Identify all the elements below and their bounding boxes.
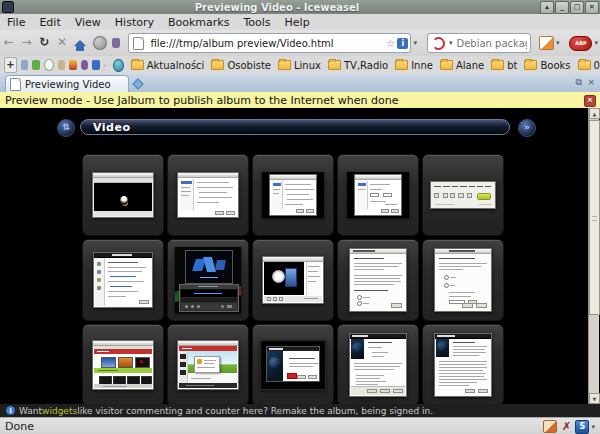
statusbar-notes-icon[interactable] (543, 420, 557, 433)
extension-icon-2[interactable] (112, 38, 121, 48)
close-button[interactable]: ✕ (585, 1, 599, 14)
new-tab-icon[interactable] (132, 78, 143, 89)
thumbnail-video-11[interactable] (83, 325, 163, 404)
globe-bookmark-icon[interactable] (113, 59, 123, 72)
grapes-bookmark-icon[interactable] (81, 60, 89, 70)
bookmark-folder-bt[interactable]: bt (491, 60, 517, 71)
album-title-bar[interactable]: Video (80, 119, 510, 135)
bookmark-folder-linux[interactable]: Linux (278, 60, 321, 71)
search-engine-caret[interactable]: ▾ (449, 39, 453, 47)
thumbnail-video-13[interactable] (253, 325, 333, 404)
widgets-link[interactable]: widgets (42, 406, 77, 416)
adblock-plus-icon[interactable]: ABP (569, 36, 592, 51)
home-button[interactable] (74, 40, 86, 46)
folder-icon (131, 60, 144, 70)
window-title: Previewing Video - Iceweasel (14, 2, 540, 13)
debian-search-engine-icon[interactable] (432, 37, 445, 50)
statusbar-extension-icon[interactable]: S (575, 420, 589, 434)
page-info-icon[interactable]: i (397, 38, 408, 49)
bookmark-star-icon[interactable]: ☆ (386, 37, 396, 50)
bookmark-folder-aktualnosci[interactable]: Aktualności (131, 60, 205, 71)
thumbnail-video-15[interactable] (423, 325, 503, 404)
tab-previewing-video[interactable]: Previewing Video (5, 75, 129, 93)
xine-logo-window (185, 250, 233, 284)
album-title: Video (93, 121, 130, 134)
page-scrollbar[interactable]: ▲ ▼ (588, 108, 599, 404)
bookmark-folder-tvradio[interactable]: TV,Radio (328, 60, 388, 71)
bookmark-folder-inne[interactable]: Inne (395, 60, 433, 71)
thumbnail-video-8[interactable] (253, 240, 333, 320)
tab-page-icon (10, 78, 21, 91)
scrollbar-thumb[interactable] (589, 120, 600, 315)
installer-side-panel (267, 351, 283, 381)
forward-button[interactable]: → (18, 34, 36, 52)
scroll-up-icon[interactable]: ▲ (589, 108, 600, 119)
page-icon (133, 37, 144, 50)
album-next-button[interactable]: » (518, 119, 536, 137)
thumbnail-video-7[interactable] (168, 240, 248, 320)
folder-icon (578, 60, 591, 70)
thumbnail-video-9[interactable] (338, 240, 418, 320)
statusbar-blocked-icon[interactable]: ✗ (560, 421, 572, 433)
footer-text-post: like visitor commenting and counter here… (77, 406, 433, 416)
album-up-button[interactable]: ⇅ (57, 119, 75, 137)
thumbnail-video-6[interactable] (83, 240, 163, 320)
clock-icon[interactable] (44, 59, 54, 71)
thumbnail-video-3[interactable] (253, 155, 333, 235)
bookmark-folder-books[interactable]: Books (524, 60, 570, 71)
bookmarks-toolbar: + · Aktualności Osobiste Linux TV,Radio … (0, 56, 600, 75)
search-bar[interactable]: ▾ (427, 33, 531, 53)
status-bar: Done ✗ S ▾ (0, 417, 600, 434)
notes-extension-icon[interactable] (539, 36, 554, 50)
notes-caret[interactable]: ▾ (556, 39, 560, 47)
search-input[interactable] (455, 37, 529, 50)
folder-icon (328, 60, 341, 70)
thumbnail-video-14[interactable] (338, 325, 418, 404)
adblock-caret[interactable]: ▾ (594, 39, 598, 47)
download-bookmark-icon[interactable] (69, 60, 77, 70)
folder-icon (440, 60, 453, 70)
thumbnail-video-4[interactable] (338, 155, 418, 235)
shade-button[interactable]: ▴ (540, 1, 554, 14)
menu-help[interactable]: Help (278, 16, 317, 29)
notification-message: Preview mode - Use Jalbum to publish alb… (5, 94, 398, 107)
maximize-button[interactable]: □ (570, 1, 584, 14)
thumbnail-video-5[interactable] (423, 155, 503, 235)
navigation-toolbar: ← → ↻ ✕ ☆ i ▾ ▾ ▾ ABP ▾ (0, 30, 600, 57)
list-tabs-icon[interactable]: ⧉ (576, 77, 582, 88)
menu-view[interactable]: View (68, 16, 108, 29)
bookmark-folder-osobiste[interactable]: Osobiste (211, 60, 271, 71)
save-bookmark-icon[interactable] (92, 60, 100, 70)
reload-button[interactable]: ↻ (35, 34, 53, 52)
thumbnail-video-12[interactable] (168, 325, 248, 404)
thumbnail-video-1[interactable] (83, 155, 163, 235)
notification-close-icon[interactable]: × (584, 95, 596, 107)
scroll-down-icon[interactable]: ▼ (589, 393, 600, 404)
stop-button[interactable]: ✕ (53, 34, 71, 52)
menu-edit[interactable]: Edit (32, 16, 67, 29)
url-bar[interactable]: ☆ i (128, 33, 411, 53)
add-bookmark-button[interactable]: + (4, 57, 17, 73)
back-button[interactable]: ← (0, 34, 18, 52)
info-icon: i (6, 406, 15, 415)
menu-file[interactable]: File (0, 16, 32, 29)
menu-history[interactable]: History (108, 16, 161, 29)
window-menu-icon[interactable] (2, 1, 14, 13)
menu-tools[interactable]: Tools (236, 16, 277, 29)
thumbnail-video-10[interactable] (423, 240, 503, 320)
bookmark-folder-0[interactable]: 0 (578, 60, 600, 71)
mail-bookmark-icon[interactable] (58, 60, 66, 70)
url-input[interactable] (148, 37, 383, 50)
image-bookmark-icon[interactable] (21, 60, 29, 70)
green-bookmark-icon[interactable] (32, 60, 40, 70)
folder-icon (278, 60, 291, 70)
minimize-button[interactable]: _ (555, 1, 569, 14)
url-dropdown-caret[interactable]: ▾ (413, 39, 417, 47)
album-footer-bar: i Want widgets like visitor commenting a… (0, 404, 600, 417)
menu-bookmarks[interactable]: Bookmarks (161, 16, 236, 29)
close-tab-icon[interactable]: × (587, 77, 595, 87)
extension-icon-1[interactable] (93, 36, 107, 50)
statusbar-caret[interactable]: ▾ (591, 423, 595, 431)
thumbnail-video-2[interactable] (168, 155, 248, 235)
bookmark-folder-alane[interactable]: Alane (440, 60, 484, 71)
